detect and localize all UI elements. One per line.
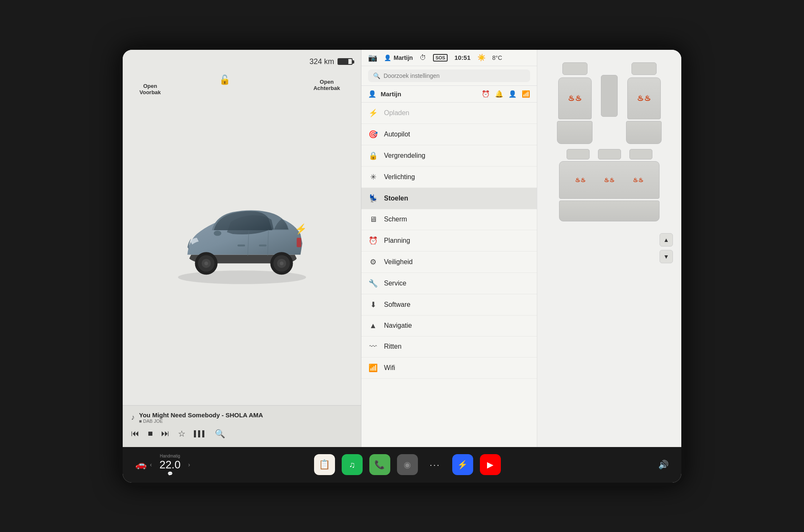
taskbar-left-chevron[interactable]: ‹ — [150, 461, 152, 468]
menu-user-icon: 👤 — [368, 90, 376, 98]
settings-panel: 📷 👤 Martijn ⏱ SOS 10:51 ☀️ 8°C 🔍 — [361, 50, 537, 447]
settings-item-opladen[interactable]: ⚡ Opladen — [361, 103, 537, 124]
seat-heating-panel: ♨♨ ♨♨ — [537, 50, 681, 447]
volume-icon[interactable]: 🔊 — [658, 460, 669, 470]
clock-icon: ⏱ — [420, 54, 426, 62]
settings-item-veiligheid[interactable]: ⚙ Veiligheid — [361, 252, 537, 273]
music-controls: ⏮ ■ ⏭ ☆ ▌▌▌ 🔍 — [131, 426, 353, 441]
veiligheid-label: Veiligheid — [384, 258, 413, 266]
rear-seats-row: ♨♨ ♨♨ ♨♨ — [559, 149, 660, 221]
scherm-icon: 🖥 — [368, 215, 378, 224]
wifi-label: Wifi — [384, 364, 395, 372]
svg-rect-3 — [237, 244, 245, 247]
rear-right-heat-icon[interactable]: ♨♨ — [633, 177, 644, 183]
svg-rect-4 — [259, 244, 266, 247]
stop-button[interactable]: ■ — [148, 429, 153, 438]
taskbar-app-phone[interactable]: 📞 — [369, 454, 390, 475]
battery-fill — [338, 59, 348, 64]
menu-header-icons: ⏰ 🔔 👤 📶 — [482, 90, 530, 98]
phone-icon: 📞 — [374, 460, 385, 470]
planning-label: Planning — [384, 237, 410, 244]
veiligheid-icon: ⚙ — [368, 257, 378, 267]
stoelen-icon: 💺 — [368, 194, 378, 203]
settings-item-verlichting[interactable]: ✳ Verlichting — [361, 167, 537, 188]
settings-item-wifi[interactable]: 📶 Wifi — [361, 357, 537, 379]
taskbar-app-dots[interactable]: ··· — [425, 454, 446, 475]
taskbar-right: 🔊 — [658, 460, 669, 470]
front-right-cushion — [626, 121, 662, 144]
scroll-up-button[interactable]: ▲ — [660, 233, 673, 247]
ritten-icon: 〰 — [368, 342, 378, 351]
next-button[interactable]: ⏭ — [161, 429, 170, 438]
notes-icon: 📋 — [319, 459, 330, 470]
taskbar-app-notes[interactable]: 📋 — [314, 454, 335, 475]
left-panel-top: 324 km — [123, 50, 361, 70]
search-music-button[interactable]: 🔍 — [215, 429, 225, 439]
favorite-button[interactable]: ☆ — [178, 429, 186, 439]
taskbar-app-camera[interactable]: ◉ — [397, 454, 418, 475]
front-right-seat[interactable]: ♨♨ — [626, 62, 662, 144]
sos-label[interactable]: SOS — [433, 54, 448, 62]
equalizer-button[interactable]: ▌▌▌ — [194, 430, 206, 437]
open-achterbak-button[interactable]: Open Achterbak — [313, 79, 340, 91]
settings-item-service[interactable]: 🔧 Service — [361, 273, 537, 294]
dots-icon: ··· — [430, 460, 441, 470]
settings-item-planning[interactable]: ⏰ Planning — [361, 230, 537, 252]
main-content: 324 km Open Voorbak 🔓 — [123, 50, 681, 447]
rear-headrests — [567, 149, 652, 159]
rear-seat-wide: ♨♨ ♨♨ ♨♨ — [559, 149, 660, 221]
vergrendeling-label: Vergrendeling — [384, 152, 425, 159]
open-voorbak-button[interactable]: Open Voorbak — [139, 83, 161, 95]
rear-cushion — [559, 200, 660, 221]
scroll-controls: ▲ ▼ — [660, 233, 673, 263]
front-right-headrest — [631, 62, 657, 75]
front-seats-row: ♨♨ ♨♨ — [557, 62, 662, 144]
taskbar-right-chevron[interactable]: › — [188, 461, 190, 468]
taskbar-app-bluetooth[interactable]: ⚡ — [452, 454, 473, 475]
search-bar: 🔍 — [361, 66, 537, 86]
rear-left-heat-icon[interactable]: ♨♨ — [575, 177, 586, 183]
front-left-headrest — [562, 62, 588, 75]
taskbar-temperature: Handmatig 22.0 💬 — [160, 454, 181, 476]
taskbar: 🚗 ‹ Handmatig 22.0 💬 › 📋 ♫ 📞 — [123, 447, 681, 483]
svg-point-12 — [280, 261, 283, 265]
user-icon: 👤 — [384, 54, 391, 61]
svg-rect-13 — [296, 238, 301, 247]
prev-button[interactable]: ⏮ — [131, 429, 139, 438]
rear-center-headrest — [598, 149, 621, 159]
software-label: Software — [384, 301, 410, 308]
screen-frame: 324 km Open Voorbak 🔓 — [119, 46, 685, 486]
front-right-heat-icon: ♨♨ — [637, 94, 651, 103]
service-icon: 🔧 — [368, 279, 378, 288]
front-left-seatback: ♨♨ — [558, 77, 592, 119]
taskbar-center: 📋 ♫ 📞 ◉ ··· ⚡ ▶ — [314, 454, 501, 475]
service-label: Service — [384, 280, 406, 287]
opladen-icon: ⚡ — [368, 108, 378, 118]
front-left-seat[interactable]: ♨♨ — [557, 62, 593, 144]
taskbar-app-spotify[interactable]: ♫ — [342, 454, 363, 475]
settings-item-scherm[interactable]: 🖥 Scherm — [361, 209, 537, 230]
svg-text:⚡: ⚡ — [295, 223, 307, 234]
temp-label: Handmatig — [160, 454, 180, 458]
status-weather: 8°C — [492, 54, 502, 61]
verlichting-icon: ✳ — [368, 172, 378, 182]
svg-point-14 — [214, 230, 221, 236]
taskbar-car-icon[interactable]: 🚗 — [135, 459, 147, 470]
settings-item-vergrendeling[interactable]: 🔒 Vergrendeling — [361, 145, 537, 167]
youtube-icon: ▶ — [487, 460, 493, 470]
scroll-down-button[interactable]: ▼ — [660, 250, 673, 263]
menu-header: 👤 Martijn ⏰ 🔔 👤 📶 — [361, 86, 537, 103]
search-input[interactable] — [384, 72, 525, 79]
settings-item-navigatie[interactable]: ▲ Navigatie — [361, 316, 537, 337]
navigatie-icon: ▲ — [368, 321, 378, 330]
settings-item-software[interactable]: ⬇ Software — [361, 294, 537, 316]
taskbar-app-youtube[interactable]: ▶ — [480, 454, 501, 475]
settings-item-ritten[interactable]: 〰 Ritten — [361, 337, 537, 357]
camera-icon: ◉ — [404, 460, 411, 470]
settings-item-stoelen[interactable]: 💺 Stoelen — [361, 188, 537, 209]
planning-icon: ⏰ — [368, 236, 378, 245]
settings-item-autopilot[interactable]: 🎯 Autopilot — [361, 124, 537, 145]
opladen-label: Opladen — [384, 109, 410, 117]
search-wrapper[interactable]: 🔍 — [368, 69, 530, 82]
rear-center-heat-icon[interactable]: ♨♨ — [604, 177, 615, 183]
